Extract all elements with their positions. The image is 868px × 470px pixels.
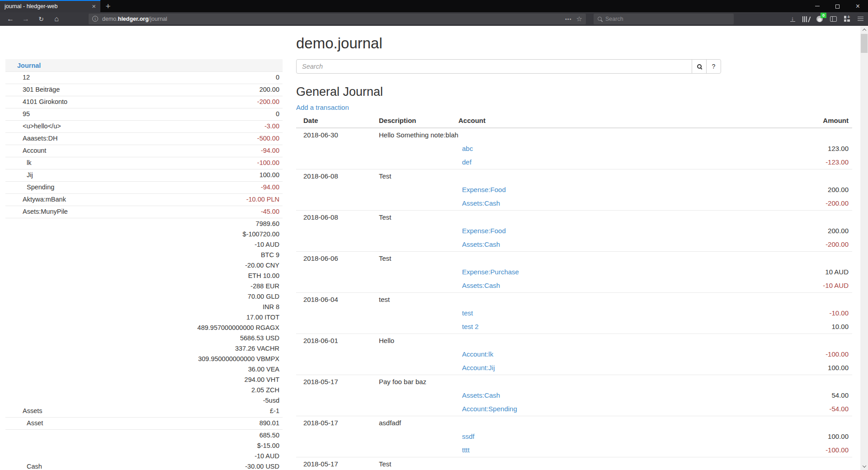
downloads-button[interactable]: ↓ — [786, 13, 799, 25]
account-balance: -94.00 — [261, 146, 279, 156]
posting-account-link[interactable]: Assets:Cash — [462, 282, 500, 289]
account-link[interactable]: Asets:MunyPile — [5, 207, 68, 217]
scrollbar-thumb[interactable] — [861, 34, 868, 53]
transaction-row: 2018-06-30Hello Something note:blahabc12… — [296, 128, 852, 169]
posting-account-link[interactable]: Assets:Cash — [462, 199, 500, 207]
posting-account-link[interactable]: Assets:Cash — [462, 240, 500, 248]
account-balances: 100.00 — [259, 170, 283, 180]
scroll-down-icon[interactable] — [860, 462, 868, 470]
transaction-date: 2018-05-17 — [296, 375, 379, 389]
transaction-row: 2018-06-01HelloAccount:lk-100.00Account:… — [296, 334, 852, 375]
account-link[interactable]: Jij — [5, 170, 33, 180]
new-tab-button[interactable]: + — [100, 0, 116, 12]
bookmark-star-icon[interactable]: ☆ — [576, 15, 582, 23]
posting-account-link[interactable]: tttt — [462, 446, 470, 454]
posting-account-link[interactable]: abc — [462, 145, 473, 152]
account-link[interactable]: Aktywa:mBank — [5, 194, 66, 205]
account-balance: 17.00 ITOT — [198, 312, 279, 323]
search-input[interactable] — [296, 59, 692, 74]
hamburger-icon — [858, 17, 863, 21]
tab-title: journal - hledger-web — [5, 3, 91, 9]
posting-amount: -10 AUD — [793, 279, 852, 292]
account-row: Asset890.01 — [5, 417, 283, 429]
account-balance: 7989.60 — [198, 219, 279, 229]
account-link[interactable]: 4101 Girokonto — [5, 97, 67, 107]
account-row: 120 — [5, 71, 283, 84]
posting-amount: -100.00 — [793, 348, 852, 361]
home-button[interactable]: ⌂ — [49, 13, 64, 25]
url-bar[interactable]: i demo.hledger.org/journal ••• ☆ — [89, 14, 586, 24]
page-actions-icon[interactable]: ••• — [565, 16, 572, 22]
menu-button[interactable] — [854, 13, 867, 25]
account-balances: -94.00 — [261, 146, 283, 156]
extension-button[interactable]: 0 — [813, 13, 826, 25]
account-row: lk-100.00 — [5, 157, 283, 169]
add-transaction-link[interactable]: Add a transaction — [296, 103, 349, 111]
page-title: demo.journal — [296, 35, 852, 52]
transaction-description: test — [379, 293, 458, 306]
transaction-description: Test — [379, 252, 458, 265]
reload-button[interactable]: ↻ — [33, 13, 49, 25]
url-domain: hledger.org — [118, 16, 149, 22]
account-link[interactable]: lk — [5, 158, 31, 168]
account-row: Spending-94.00 — [5, 181, 283, 193]
account-link[interactable]: Cash — [5, 461, 42, 470]
posting-amount: -200.00 — [793, 197, 852, 210]
transactions-body: 2018-06-30Hello Something note:blahabc12… — [296, 128, 852, 470]
posting-amount: 10 AUD — [793, 265, 852, 279]
posting-account-link[interactable]: Account:Jij — [462, 364, 495, 371]
transaction-description: Test — [379, 457, 458, 470]
browser-tab[interactable]: journal - hledger-web × — [0, 0, 100, 12]
close-button[interactable]: × — [848, 0, 868, 12]
account-link[interactable]: 12 — [5, 72, 30, 83]
account-link[interactable]: <u>hello</u> — [5, 121, 61, 132]
column-header-account: Account — [458, 114, 793, 127]
account-link[interactable]: 301 Beiträge — [5, 85, 60, 95]
sidebar-toggle-button[interactable] — [826, 13, 840, 25]
transaction-date: 2018-06-01 — [296, 334, 379, 348]
page-scrollbar[interactable] — [860, 26, 868, 470]
posting-account-link[interactable]: Expense:Food — [462, 227, 506, 235]
posting-account-link[interactable]: test 2 — [462, 323, 479, 330]
account-link[interactable]: 95 — [5, 109, 30, 119]
journal-link[interactable]: Journal — [17, 62, 41, 69]
account-balance: INR 8 — [198, 302, 279, 312]
account-link[interactable]: Assets — [5, 406, 42, 416]
restore-icon — [835, 5, 840, 9]
site-info-icon[interactable]: i — [92, 16, 98, 22]
account-link[interactable]: Aaasets:DH — [5, 133, 57, 144]
account-link[interactable]: Asset — [5, 418, 43, 428]
library-button[interactable] — [799, 13, 813, 25]
account-balances: 200.00 — [259, 85, 283, 95]
extensions-grid-button[interactable]: + — [840, 13, 854, 25]
posting-account-link[interactable]: Account:Spending — [462, 405, 517, 413]
browser-search-bar[interactable]: Search — [594, 14, 734, 24]
transaction-row: 2018-05-17asdfadfssdf100.00tttt-100.00 — [296, 416, 852, 457]
scroll-up-icon[interactable] — [860, 26, 868, 33]
account-row: <u>hello</u>-3.00 — [5, 120, 283, 132]
posting-account-link[interactable]: Assets:Cash — [462, 391, 500, 399]
posting-account-link[interactable]: def — [462, 158, 472, 166]
tab-close-icon[interactable]: × — [91, 3, 97, 9]
account-link[interactable]: Account — [5, 146, 46, 156]
posting-account-link[interactable]: ssdf — [462, 432, 475, 440]
restore-button[interactable] — [827, 0, 848, 12]
search-help-button[interactable]: ? — [706, 59, 721, 74]
account-link[interactable]: Spending — [5, 182, 54, 193]
account-balance: -288 EUR — [198, 281, 279, 291]
sidebar-journal-header: Journal — [5, 59, 283, 71]
forward-button[interactable]: → — [18, 13, 33, 25]
posting-account-link[interactable]: Expense:Purchase — [462, 268, 519, 276]
minimize-button[interactable] — [807, 0, 827, 12]
sidebar-accounts: 120301 Beiträge200.004101 Girokonto-200.… — [5, 71, 283, 470]
search-button[interactable] — [692, 59, 707, 74]
account-balance: -3.00 — [264, 121, 279, 132]
posting-account-link[interactable]: Account:lk — [462, 350, 493, 358]
account-balance: -200.00 — [257, 97, 279, 107]
posting-account-link[interactable]: Expense:Food — [462, 186, 506, 193]
back-button[interactable]: ← — [3, 13, 18, 25]
posting-account-link[interactable]: test — [462, 309, 473, 317]
account-balance: £-1 — [198, 406, 279, 416]
transaction-row: 2018-05-17Test — [296, 457, 852, 470]
account-balance: ETH 10.00 — [198, 271, 279, 281]
